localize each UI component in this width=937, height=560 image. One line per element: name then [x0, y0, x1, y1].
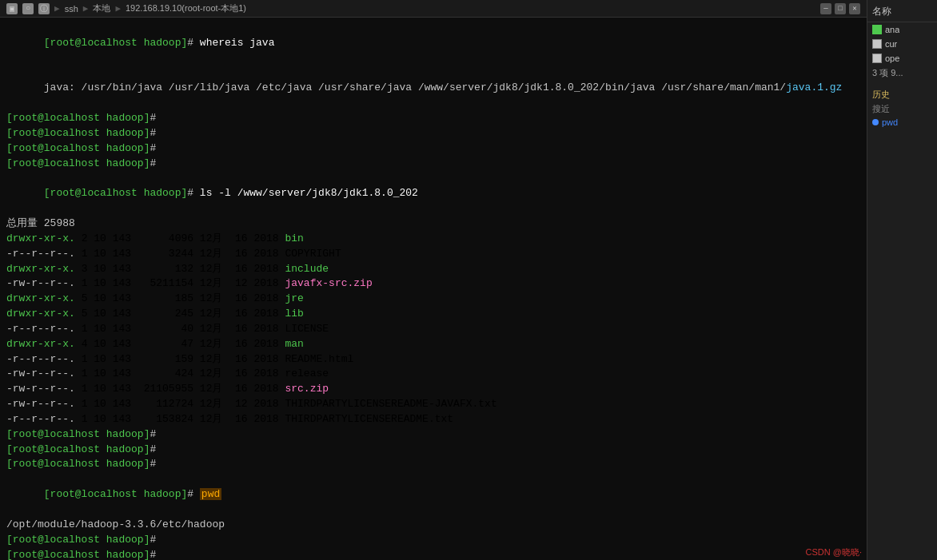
sidebar-item-label: ana [885, 25, 899, 34]
topbar-path-host: 192.168.19.10(root-root-本地1) [126, 2, 246, 14]
sidebar-item-label: cur [885, 39, 897, 49]
sidebar-item-label: ope [885, 54, 899, 63]
circle-icon: ○ [22, 3, 34, 14]
topbar: ▣ ○ ⓘ ▶ ssh ▶ 本地 ▶ 192.168.19.10(root-ro… [0, 0, 867, 18]
terminal-line: drwxr-xr-x. 5 10 143 185 12月 16 2018 jre [6, 292, 860, 307]
terminal-line: [root@localhost hadoop]# [6, 157, 860, 172]
square-icon: ▣ [6, 3, 18, 14]
terminal-line: -r--r--r--. 1 10 143 3244 12月 16 2018 CO… [6, 247, 860, 262]
terminal-line: -r--r--r--. 1 10 143 40 12月 16 2018 LICE… [6, 322, 860, 337]
sidebar-pwd-item[interactable]: pwd [867, 116, 937, 129]
terminal-line: 总用量 25988 [6, 216, 860, 232]
sidebar-history: 历史 [867, 87, 937, 102]
sidebar: 名称 ana cur ope 3 项 9... 历史 搜近 pwd [867, 0, 937, 560]
close-button[interactable]: ✕ [849, 3, 860, 14]
terminal-content: [root@localhost hadoop]# whereis java ja… [0, 18, 867, 560]
topbar-path-ssh: ssh [65, 4, 78, 14]
terminal-line: [root@localhost hadoop]# [6, 548, 860, 560]
info-icon: ⓘ [38, 3, 50, 14]
terminal-line: [root@localhost hadoop]# [6, 141, 860, 157]
sidebar-item-ope[interactable]: ope [867, 51, 937, 66]
terminal-line: -r--r--r--. 1 10 143 153824 12月 16 2018 … [6, 412, 860, 427]
terminal-line: [root@localhost hadoop]# [6, 457, 860, 472]
terminal-line: /opt/module/hadoop-3.3.6/etc/hadoop [6, 518, 860, 533]
terminal-line: drwxr-xr-x. 4 10 143 47 12月 16 2018 man [6, 337, 860, 352]
sidebar-title: 名称 [867, 3, 937, 22]
terminal-line: [root@localhost hadoop]# [6, 111, 860, 126]
terminal-wrapper: ▣ ○ ⓘ ▶ ssh ▶ 本地 ▶ 192.168.19.10(root-ro… [0, 0, 867, 560]
terminal-line: -r--r--r--. 1 10 143 159 12月 16 2018 REA… [6, 352, 860, 367]
terminal-line: [root@localhost hadoop]# [6, 126, 860, 141]
terminal-line: -rw-r--r--. 1 10 143 21105955 12月 16 201… [6, 382, 860, 397]
file-icon [872, 54, 882, 63]
minimize-button[interactable]: ─ [820, 3, 831, 14]
maximize-button[interactable]: □ [835, 3, 846, 14]
terminal-line: java: /usr/bin/java /usr/lib/java /etc/j… [6, 66, 860, 112]
sidebar-history-sub: 搜近 [867, 102, 937, 116]
terminal-line-pwd: [root@localhost hadoop]# pwd [6, 472, 860, 518]
terminal-line: -rw-r--r--. 1 10 143 424 12月 16 2018 rel… [6, 367, 860, 382]
terminal-line: drwxr-xr-x. 2 10 143 4096 12月 16 2018 bi… [6, 232, 860, 247]
sidebar-count: 3 项 9... [867, 66, 937, 81]
window-controls: ─ □ ✕ [820, 3, 860, 14]
terminal-line: drwxr-xr-x. 3 10 143 132 12月 16 2018 inc… [6, 262, 860, 277]
watermark: CSDN @晓晓· [806, 546, 862, 558]
pwd-dot-icon [872, 119, 879, 125]
topbar-path-local: 本地 [93, 2, 110, 14]
terminal-line: [root@localhost hadoop]# [6, 533, 860, 548]
terminal-line: -rw-r--r--. 1 10 143 112724 12月 12 2018 … [6, 397, 860, 412]
terminal-line: [root@localhost hadoop]# ls -l /www/serv… [6, 171, 860, 216]
sidebar-pwd-label: pwd [882, 117, 898, 127]
folder-icon [872, 25, 882, 34]
terminal-line: [root@localhost hadoop]# [6, 427, 860, 443]
file-icon [872, 39, 882, 49]
terminal-line: drwxr-xr-x. 5 10 143 245 12月 16 2018 lib [6, 307, 860, 322]
terminal-line: [root@localhost hadoop]# whereis java [6, 21, 860, 66]
terminal-line: [root@localhost hadoop]# [6, 443, 860, 458]
terminal-line: -rw-r--r--. 1 10 143 5211154 12月 12 2018… [6, 276, 860, 292]
sidebar-item-cur[interactable]: cur [867, 37, 937, 51]
sidebar-item-ana[interactable]: ana [867, 22, 937, 37]
